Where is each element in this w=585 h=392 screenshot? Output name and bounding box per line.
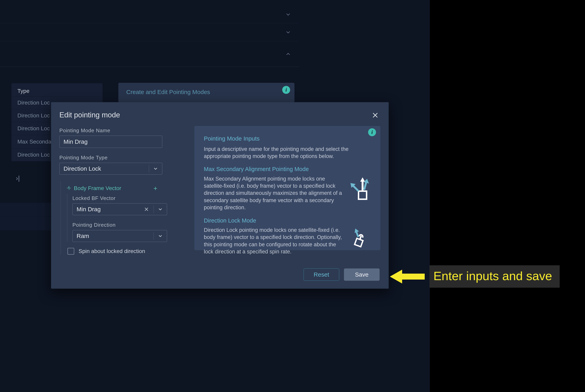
info-card: i Create and Edit Pointing Modes [118, 83, 294, 102]
clear-selection-button[interactable] [141, 204, 151, 215]
info-icon[interactable]: i [368, 128, 376, 136]
chevron-down-icon [154, 230, 167, 242]
info-card-title: Create and Edit Pointing Modes [126, 89, 287, 96]
chevron-up-icon [285, 51, 291, 57]
name-label: Pointing Mode Name [59, 128, 170, 134]
info-panel: i Pointing Mode Inputs Input a descripti… [194, 126, 380, 250]
info-text: Direction Lock pointing mode locks one s… [204, 226, 346, 256]
pointing-mode-name-input[interactable] [59, 136, 162, 148]
form-column: Pointing Mode Name Pointing Mode Type Di… [59, 128, 170, 254]
body-frame-vector-section: Body Frame Vector + Locked BF Vector Min… [60, 181, 170, 254]
type-list-header: Type [11, 83, 102, 96]
svg-rect-11 [355, 238, 363, 247]
save-button[interactable]: Save [344, 268, 380, 281]
pointing-direction-label: Pointing Direction [72, 222, 170, 228]
annotation-callout: Enter inputs and save [390, 265, 560, 288]
select-value: Direction Lock [63, 165, 101, 172]
locked-bf-label: Locked BF Vector [72, 195, 170, 201]
accordion-row-expanded[interactable] [0, 41, 299, 67]
close-icon [372, 112, 379, 118]
info-icon[interactable]: i [282, 86, 290, 94]
chevron-down-icon [285, 29, 291, 36]
svg-rect-4 [359, 191, 367, 199]
dialog-title: Edit pointing mode [59, 111, 120, 119]
select-value: Ram [76, 233, 89, 239]
expand-handle-icon[interactable]: ›| [14, 174, 22, 182]
vector-icon [66, 186, 72, 191]
svg-line-12 [360, 236, 361, 240]
accordion-row-collapsed-2[interactable] [0, 23, 299, 41]
info-subheading: Max Secondary Alignment Pointing Mode [204, 165, 371, 173]
info-subheading: Direction Lock Mode [204, 217, 371, 224]
svg-marker-15 [390, 270, 425, 284]
direction-lock-icon [349, 228, 371, 250]
type-label: Pointing Mode Type [59, 154, 170, 161]
max-secondary-alignment-icon [347, 176, 371, 200]
info-text: Input a descriptive name for the pointin… [204, 146, 371, 160]
edit-pointing-mode-dialog: Edit pointing mode Pointing Mode Name Po… [51, 102, 389, 289]
chevron-down-icon [154, 204, 167, 215]
locked-bf-vector-select[interactable]: Min Drag [72, 203, 167, 215]
reset-button[interactable]: Reset [304, 268, 339, 281]
info-text: Max Secondary Alignment pointing mode lo… [204, 175, 344, 211]
close-icon [144, 207, 149, 212]
spin-checkbox-label: Spin about locked direction [78, 248, 145, 254]
accordion-row-collapsed-1[interactable] [0, 6, 299, 23]
close-button[interactable] [371, 111, 380, 120]
spin-checkbox[interactable] [67, 248, 74, 254]
accordion-stack [0, 6, 299, 67]
info-heading: Pointing Mode Inputs [204, 135, 371, 143]
chevron-down-icon [149, 163, 162, 174]
body-frame-vector-header: Body Frame Vector [74, 185, 121, 192]
select-value: Min Drag [76, 206, 101, 213]
add-body-frame-vector-button[interactable]: + [153, 185, 157, 192]
svg-marker-6 [360, 177, 365, 182]
annotation-text: Enter inputs and save [430, 265, 560, 288]
arrow-left-icon [390, 268, 425, 285]
pointing-mode-type-select[interactable]: Direction Lock [59, 163, 162, 174]
dialog-actions: Reset Save [304, 268, 380, 281]
chevron-down-icon [285, 11, 291, 18]
pointing-direction-select[interactable]: Ram [72, 230, 167, 242]
